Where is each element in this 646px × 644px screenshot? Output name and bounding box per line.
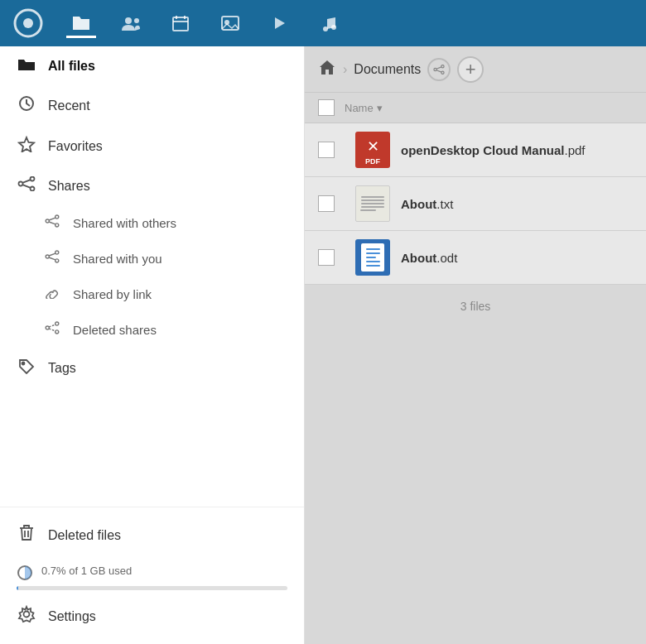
star-icon xyxy=(17,136,36,156)
svg-rect-4 xyxy=(173,17,188,31)
recent-icon xyxy=(17,95,36,116)
svg-line-43 xyxy=(436,66,441,68)
sidebar: All files Recent Favorites xyxy=(0,46,305,644)
svg-point-16 xyxy=(31,177,35,181)
table-row[interactable]: About.odt xyxy=(305,231,646,285)
svg-point-42 xyxy=(441,71,444,74)
link-icon xyxy=(43,286,61,303)
shared-with-others-label: Shared with others xyxy=(73,216,176,230)
breadcrumb-share-button[interactable] xyxy=(427,58,451,81)
sidebar-item-shared-by-link[interactable]: Shared by link xyxy=(0,276,304,312)
shares-label: Shares xyxy=(48,179,90,194)
sidebar-item-settings[interactable]: Settings xyxy=(0,595,304,637)
svg-point-31 xyxy=(55,322,59,325)
svg-point-26 xyxy=(55,251,59,254)
sidebar-item-all-files[interactable]: All files xyxy=(0,46,304,85)
svg-point-15 xyxy=(19,182,23,186)
file-header: › Documents + xyxy=(305,46,646,93)
shared-you-icon xyxy=(43,250,61,267)
shared-with-you-label: Shared with you xyxy=(73,252,162,266)
storage-text: 0.7% of 1 GB used xyxy=(41,565,132,577)
svg-point-12 xyxy=(331,25,336,30)
breadcrumb-folder[interactable]: Documents xyxy=(354,62,421,77)
svg-point-32 xyxy=(55,330,59,334)
storage-icon xyxy=(17,565,33,581)
contacts-nav-icon[interactable] xyxy=(116,8,146,38)
svg-line-34 xyxy=(49,329,55,331)
file-list-header: Name ▾ xyxy=(305,93,646,123)
file-area: › Documents + Name ▾ xyxy=(305,46,646,644)
recent-label: Recent xyxy=(48,99,90,113)
shares-icon xyxy=(17,176,36,195)
svg-point-21 xyxy=(55,215,59,219)
deleted-shares-label: Deleted shares xyxy=(73,323,157,337)
logo-icon[interactable] xyxy=(10,5,46,41)
sidebar-item-favorites[interactable]: Favorites xyxy=(0,126,304,166)
table-row[interactable]: ✕ openDesktop Cloud Manual.pdf xyxy=(305,123,646,177)
settings-label: Settings xyxy=(48,609,96,624)
deleted-files-label: Deleted files xyxy=(48,528,121,543)
sidebar-item-deleted-shares[interactable]: Deleted shares xyxy=(0,312,304,348)
storage-bar-fill xyxy=(17,586,18,590)
favorites-label: Favorites xyxy=(48,139,103,154)
svg-line-19 xyxy=(22,185,31,188)
tags-label: Tags xyxy=(48,361,76,376)
svg-line-28 xyxy=(49,253,55,256)
svg-point-3 xyxy=(134,18,139,23)
breadcrumb-separator: › xyxy=(343,62,347,77)
file-checkbox[interactable] xyxy=(318,142,335,158)
deleted-shares-icon xyxy=(43,321,61,339)
file-name: openDesktop Cloud Manual.pdf xyxy=(401,143,586,157)
svg-point-40 xyxy=(434,68,436,70)
table-row[interactable]: About.txt xyxy=(305,177,646,231)
storage-section: 0.7% of 1 GB used xyxy=(0,556,304,595)
sidebar-item-shared-with-you[interactable]: Shared with you xyxy=(0,241,304,276)
sidebar-item-shares[interactable]: Shares xyxy=(0,166,304,205)
all-files-label: All files xyxy=(48,59,95,74)
music-nav-icon[interactable] xyxy=(315,8,345,38)
trash-icon xyxy=(17,524,36,546)
sidebar-item-deleted-files[interactable]: Deleted files xyxy=(0,514,304,556)
svg-line-29 xyxy=(49,257,55,260)
svg-line-44 xyxy=(436,70,441,71)
name-column-header[interactable]: Name ▾ xyxy=(345,102,383,114)
folder-icon xyxy=(17,56,36,75)
svg-point-17 xyxy=(31,187,35,191)
main-layout: All files Recent Favorites xyxy=(0,46,646,644)
svg-point-20 xyxy=(46,219,49,223)
svg-point-30 xyxy=(46,326,49,329)
settings-icon xyxy=(17,605,36,627)
sidebar-bottom: Deleted files 0.7% of 1 GB used xyxy=(0,507,304,644)
select-all-checkbox[interactable] xyxy=(318,99,335,116)
svg-point-22 xyxy=(55,223,59,227)
svg-point-35 xyxy=(22,363,25,365)
svg-point-27 xyxy=(55,259,59,262)
svg-point-11 xyxy=(323,26,328,31)
svg-line-24 xyxy=(49,222,55,224)
add-file-button[interactable]: + xyxy=(457,56,484,83)
sidebar-item-shared-with-others[interactable]: Shared with others xyxy=(0,205,304,241)
svg-line-18 xyxy=(22,180,31,183)
file-checkbox[interactable] xyxy=(318,195,335,212)
activity-nav-icon[interactable] xyxy=(265,8,295,38)
home-breadcrumb[interactable] xyxy=(318,59,336,79)
svg-point-39 xyxy=(24,612,30,618)
shared-by-link-label: Shared by link xyxy=(73,287,152,301)
txt-file-icon xyxy=(354,185,391,222)
svg-point-1 xyxy=(23,18,33,28)
files-nav-icon[interactable] xyxy=(66,8,96,38)
pdf-file-icon: ✕ xyxy=(354,132,391,168)
file-name: About.txt xyxy=(401,197,453,211)
storage-bar xyxy=(17,586,287,590)
sidebar-item-tags[interactable]: Tags xyxy=(0,348,304,388)
svg-line-33 xyxy=(49,324,55,327)
svg-marker-10 xyxy=(275,17,285,29)
file-checkbox[interactable] xyxy=(318,249,335,266)
svg-point-2 xyxy=(125,17,132,24)
photos-nav-icon[interactable] xyxy=(215,8,245,38)
calendar-nav-icon[interactable] xyxy=(166,8,195,38)
odt-file-icon xyxy=(354,239,391,276)
sidebar-item-recent[interactable]: Recent xyxy=(0,85,304,126)
topbar xyxy=(0,0,646,46)
svg-marker-14 xyxy=(19,137,34,152)
